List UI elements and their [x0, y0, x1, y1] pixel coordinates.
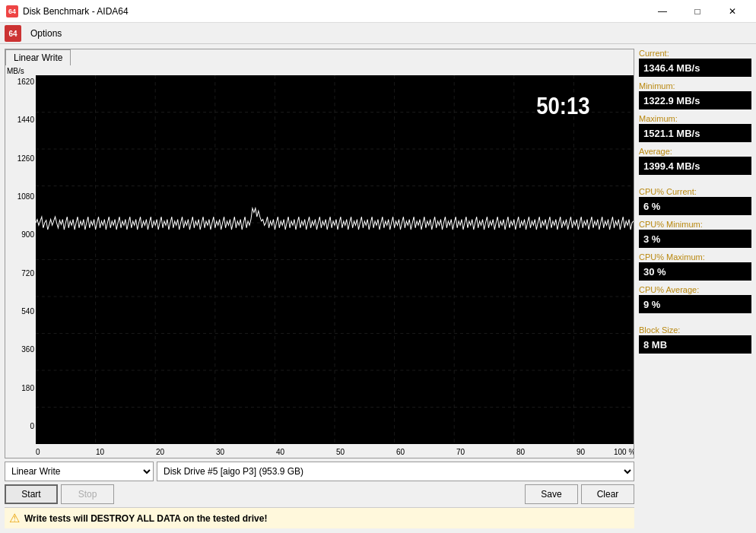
cpu-maximum-value: 30 % — [639, 262, 751, 281]
y-label-180: 180 — [7, 385, 34, 392]
svg-text:80: 80 — [516, 448, 526, 456]
test-type-dropdown[interactable]: Linear Write — [5, 462, 154, 481]
mb-s-label: MB/s — [7, 67, 24, 75]
svg-text:30: 30 — [216, 448, 225, 456]
save-button[interactable]: Save — [525, 484, 578, 504]
svg-text:90: 90 — [577, 448, 586, 456]
cpu-minimum-label: CPU% Minimum: — [639, 220, 751, 229]
y-axis: 1620 1440 1260 1080 900 720 540 360 180 … — [5, 75, 36, 444]
restore-button[interactable]: □ — [680, 0, 715, 23]
title-bar: 64 Disk Benchmark - AIDA64 — □ ✕ — [0, 0, 756, 23]
minimize-button[interactable]: — — [645, 0, 680, 23]
minimum-label: Minimum: — [639, 81, 751, 90]
svg-text:0: 0 — [36, 448, 40, 456]
average-stat: Average: 1399.4 MB/s — [639, 147, 751, 175]
chart-plot-area: 50:13 — [36, 75, 634, 444]
maximum-label: Maximum: — [639, 114, 751, 123]
app-menu-icon: 64 — [5, 25, 21, 42]
average-value: 1399.4 MB/s — [639, 157, 751, 175]
svg-text:40: 40 — [276, 448, 285, 456]
x-axis: 0 10 20 30 40 50 60 70 80 90 100 % — [36, 444, 634, 458]
maximum-stat: Maximum: 1521.1 MB/s — [639, 114, 751, 142]
cpu-current-label: CPU% Current: — [639, 187, 751, 196]
cpu-average-stat: CPU% Average: 9 % — [639, 285, 751, 313]
svg-text:64: 64 — [8, 30, 17, 38]
close-button[interactable]: ✕ — [715, 0, 750, 23]
y-label-1260: 1260 — [7, 155, 34, 163]
bottom-controls: Linear Write Disk Drive #5 [aigo P3] (95… — [5, 462, 634, 528]
average-label: Average: — [639, 147, 751, 156]
title-controls: — □ ✕ — [645, 0, 750, 23]
minimum-value: 1322.9 MB/s — [639, 91, 751, 109]
chart-tab-label[interactable]: Linear Write — [5, 49, 71, 65]
minimum-stat: Minimum: 1322.9 MB/s — [639, 81, 751, 109]
block-size-stat: Block Size: 8 MB — [639, 325, 751, 354]
title-text: Disk Benchmark - AIDA64 — [23, 6, 129, 17]
options-menu[interactable]: Options — [24, 25, 68, 42]
app-icon: 64 — [6, 5, 18, 17]
chart-wrapper: Linear Write MB/s 1620 1440 1260 1080 90… — [5, 49, 634, 458]
menu-bar: 64 Options — [0, 23, 756, 44]
svg-text:70: 70 — [456, 448, 465, 456]
svg-text:20: 20 — [156, 448, 165, 456]
stop-button[interactable]: Stop — [61, 484, 114, 504]
svg-text:10: 10 — [96, 448, 105, 456]
right-panel: Current: 1346.4 MB/s Minimum: 1322.9 MB/… — [639, 49, 751, 528]
chart-tab: Linear Write — [5, 49, 634, 65]
svg-text:50:13: 50:13 — [536, 92, 589, 119]
y-label-1620: 1620 — [7, 78, 34, 86]
warning-text: Write tests will DESTROY ALL DATA on the… — [24, 513, 267, 524]
warning-icon: ⚠ — [9, 511, 20, 525]
svg-text:50: 50 — [336, 448, 345, 456]
dropdown-row: Linear Write Disk Drive #5 [aigo P3] (95… — [5, 462, 634, 481]
svg-text:60: 60 — [396, 448, 405, 456]
y-label-1080: 1080 — [7, 193, 34, 201]
button-row: Start Stop Save Clear — [5, 484, 634, 504]
start-button[interactable]: Start — [5, 484, 58, 504]
current-stat: Current: 1346.4 MB/s — [639, 49, 751, 77]
y-label-360: 360 — [7, 346, 34, 354]
disk-dropdown[interactable]: Disk Drive #5 [aigo P3] (953.9 GB) — [157, 462, 634, 481]
clear-button[interactable]: Clear — [581, 484, 634, 504]
chart-area: 1620 1440 1260 1080 900 720 540 360 180 … — [5, 75, 634, 444]
y-label-540: 540 — [7, 308, 34, 316]
block-size-label: Block Size: — [639, 325, 751, 335]
left-panel: Linear Write MB/s 1620 1440 1260 1080 90… — [5, 49, 634, 528]
cpu-minimum-value: 3 % — [639, 230, 751, 248]
warning-row: ⚠ Write tests will DESTROY ALL DATA on t… — [5, 507, 634, 528]
y-label-1440: 1440 — [7, 116, 34, 124]
block-size-value: 8 MB — [639, 335, 751, 354]
y-label-0: 0 — [7, 423, 34, 430]
current-value: 1346.4 MB/s — [639, 59, 751, 77]
chart-svg: 50:13 — [36, 75, 634, 444]
cpu-current-value: 6 % — [639, 197, 751, 215]
y-label-900: 900 — [7, 231, 34, 239]
maximum-value: 1521.1 MB/s — [639, 124, 751, 142]
svg-text:100 %: 100 % — [614, 448, 634, 456]
current-label: Current: — [639, 49, 751, 58]
title-bar-left: 64 Disk Benchmark - AIDA64 — [6, 5, 129, 17]
cpu-minimum-stat: CPU% Minimum: 3 % — [639, 220, 751, 248]
cpu-maximum-label: CPU% Maximum: — [639, 252, 751, 262]
cpu-maximum-stat: CPU% Maximum: 30 % — [639, 252, 751, 281]
y-label-720: 720 — [7, 270, 34, 278]
x-axis-svg: 0 10 20 30 40 50 60 70 80 90 100 % — [36, 446, 634, 459]
cpu-average-label: CPU% Average: — [639, 285, 751, 294]
main-container: Linear Write MB/s 1620 1440 1260 1080 90… — [0, 44, 756, 533]
cpu-current-stat: CPU% Current: 6 % — [639, 187, 751, 215]
cpu-average-value: 9 % — [639, 295, 751, 313]
